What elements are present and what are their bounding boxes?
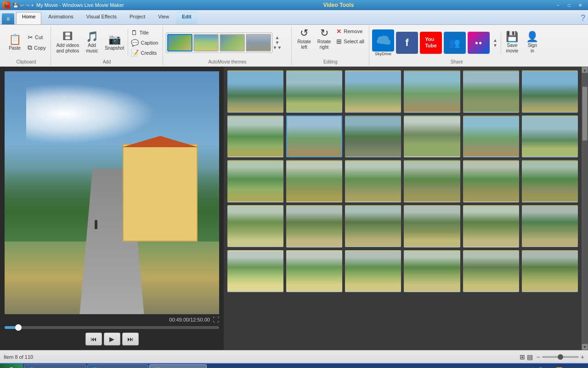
- title-button[interactable]: 🗒 Title: [129, 28, 160, 37]
- frame-22[interactable]: [404, 205, 460, 247]
- prev-frame-icon: ⏮: [90, 335, 97, 343]
- frame-29[interactable]: [463, 250, 519, 293]
- quick-access-undo[interactable]: ↩: [20, 3, 24, 8]
- close-button[interactable]: ✕: [575, 1, 585, 9]
- taskbar-item-how-to[interactable]: 🌐 How to make an aw...: [87, 364, 148, 368]
- frame-21[interactable]: [345, 205, 401, 247]
- frame-30[interactable]: [522, 250, 578, 293]
- zoom-in-button[interactable]: +: [581, 353, 584, 361]
- frame-5[interactable]: [463, 70, 519, 113]
- add-videos-button[interactable]: 🎞 Add videos and photos: [54, 30, 82, 55]
- frame-13[interactable]: [227, 160, 283, 202]
- taskbar-item-add-post[interactable]: 🌐 Add New Post - Ceb...: [24, 364, 86, 368]
- themes-scroll[interactable]: ▲ ▼ ▼▼: [273, 34, 281, 51]
- frame-11[interactable]: [463, 115, 519, 158]
- copy-button[interactable]: ⧉ Copy: [26, 43, 48, 52]
- timeline-scrollbar[interactable]: ▲ ▼: [582, 67, 588, 350]
- skydrive-button[interactable]: SkyDrive: [372, 29, 394, 56]
- frame-26[interactable]: [286, 250, 342, 293]
- zoom-thumb[interactable]: [558, 354, 563, 360]
- scroll-down-button[interactable]: ▼: [582, 344, 588, 350]
- tab-view[interactable]: View: [152, 12, 175, 24]
- caption-button[interactable]: 💬 Caption: [129, 38, 160, 47]
- scroll-thumb[interactable]: [582, 86, 588, 141]
- start-button[interactable]: ⊕: [0, 364, 23, 368]
- theme-3[interactable]: [220, 34, 245, 52]
- sign-in-button[interactable]: 👤 Sign in: [523, 30, 542, 55]
- frame-28[interactable]: [404, 250, 460, 293]
- timeline-view-button[interactable]: ▤: [527, 353, 533, 361]
- frame-16[interactable]: [404, 160, 460, 202]
- rotate-left-button[interactable]: ↺ Rotate left: [294, 27, 313, 52]
- frame-2[interactable]: [286, 70, 342, 113]
- frame-27[interactable]: [345, 250, 401, 293]
- cut-button[interactable]: ✂ Cut: [26, 33, 48, 42]
- prev-frame-button[interactable]: ⏮: [85, 333, 102, 345]
- rotate-right-button[interactable]: ↻ Rotate right: [315, 27, 334, 52]
- quick-access-dropdown[interactable]: ▾: [31, 3, 34, 8]
- taskbar-item-movie-maker[interactable]: 🎬 My Movie - Windo...: [149, 364, 207, 368]
- frame-4[interactable]: [404, 70, 460, 113]
- frame-6[interactable]: [522, 70, 578, 113]
- zoom-out-button[interactable]: −: [537, 353, 540, 361]
- theme-4[interactable]: [246, 34, 271, 52]
- seek-thumb[interactable]: [15, 324, 22, 331]
- timeline-panel[interactable]: [224, 67, 582, 350]
- tab-home[interactable]: Home: [16, 12, 41, 24]
- paste-button[interactable]: 📋 Paste: [5, 33, 25, 52]
- frame-24[interactable]: [522, 205, 578, 247]
- frame-20[interactable]: [286, 205, 342, 247]
- frame-3[interactable]: [345, 70, 401, 113]
- quick-access-save[interactable]: 💾: [13, 3, 18, 8]
- seek-bar[interactable]: [5, 326, 219, 329]
- tab-visual-effects[interactable]: Visual Effects: [80, 12, 123, 24]
- zoom-slider[interactable]: [542, 356, 579, 358]
- share-scroll[interactable]: ▲ ▼: [492, 38, 499, 48]
- theme-2[interactable]: [193, 34, 219, 52]
- frame-12[interactable]: [522, 115, 578, 158]
- restore-button[interactable]: □: [564, 1, 574, 9]
- snapshot-button[interactable]: 📷 Snapshot: [102, 33, 127, 52]
- add-music-button[interactable]: 🎵 Add music: [83, 30, 101, 55]
- save-movie-button[interactable]: 💾 Save movie: [503, 30, 521, 55]
- quick-access-redo[interactable]: ↪: [26, 3, 29, 8]
- frame-14[interactable]: [286, 160, 342, 202]
- frame-1[interactable]: [227, 70, 283, 113]
- themes-scroll-expand[interactable]: ▼▼: [272, 45, 282, 50]
- ribbon-group-clipboard: 📋 Paste ✂ Cut ⧉ Copy Clipboard: [2, 26, 51, 65]
- themes-scroll-up[interactable]: ▲: [275, 35, 279, 40]
- frame-25[interactable]: [227, 250, 283, 293]
- select-all-button[interactable]: ⊞ Select all: [334, 37, 366, 46]
- groups-button[interactable]: 👥: [444, 32, 466, 54]
- share-sep: [501, 31, 501, 54]
- frame-17[interactable]: [463, 160, 519, 202]
- next-frame-button[interactable]: ⏭: [122, 333, 139, 345]
- caption-icon: 💬: [131, 39, 139, 46]
- play-button[interactable]: ▶: [104, 333, 120, 345]
- frame-18[interactable]: [522, 160, 578, 202]
- scroll-track[interactable]: [582, 73, 588, 344]
- frame-23[interactable]: [463, 205, 519, 247]
- storyboard-view-button[interactable]: ⊞: [520, 353, 525, 361]
- ribbon-help[interactable]: ?: [578, 12, 588, 24]
- frame-10[interactable]: [404, 115, 460, 158]
- frame-15[interactable]: [345, 160, 401, 202]
- minimize-button[interactable]: −: [553, 1, 563, 9]
- theme-1[interactable]: [167, 34, 192, 52]
- frame-9[interactable]: [345, 115, 401, 158]
- tab-project[interactable]: Project: [124, 12, 151, 24]
- fullscreen-button[interactable]: ⛶: [213, 316, 219, 323]
- youtube-button[interactable]: YouTube: [420, 32, 442, 54]
- tab-animations[interactable]: Animations: [42, 12, 79, 24]
- credits-button[interactable]: 📝 Credits: [129, 48, 160, 58]
- remove-button[interactable]: ✕ Remove: [334, 27, 366, 36]
- frame-8[interactable]: [286, 115, 342, 158]
- frame-7[interactable]: [227, 115, 283, 158]
- app-menu-button[interactable]: ≡: [2, 13, 14, 24]
- themes-scroll-down[interactable]: ▼: [275, 40, 279, 45]
- frame-19[interactable]: [227, 205, 283, 247]
- scroll-up-button[interactable]: ▲: [582, 67, 588, 73]
- flickr-button[interactable]: ●●: [468, 32, 490, 54]
- tab-edit[interactable]: Edit: [176, 12, 198, 24]
- facebook-button[interactable]: f: [396, 32, 418, 54]
